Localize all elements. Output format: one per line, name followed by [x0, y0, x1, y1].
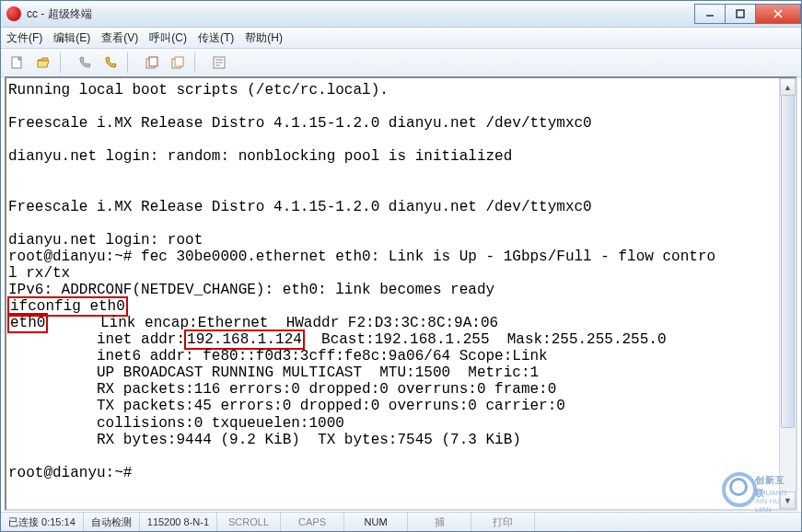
- svg-rect-1: [737, 10, 744, 17]
- menu-view[interactable]: 查看(V): [101, 30, 138, 46]
- term-line: UP BROADCAST RUNNING MULTICAST MTU:1500 …: [8, 364, 539, 381]
- minimize-button[interactable]: [694, 4, 726, 24]
- term-line: RX bytes:9444 (9.2 KiB) TX bytes:7545 (7…: [8, 432, 521, 448]
- term-line: TX packets:45 errors:0 dropped:0 overrun…: [8, 398, 565, 414]
- toolbar-separator: [194, 52, 203, 73]
- highlight-ip: 192.168.1.124: [184, 330, 305, 350]
- new-button[interactable]: [6, 52, 29, 74]
- call-button[interactable]: [74, 52, 96, 74]
- term-line: inet6 addr: fe80::f0d3:3cff:fe8c:9a06/64…: [8, 348, 548, 364]
- titlebar[interactable]: cc - 超级终端: [1, 1, 801, 28]
- text: inet addr:: [8, 331, 185, 348]
- highlight-iface: eth0: [7, 313, 48, 333]
- status-connection: 已连接 0:15:14: [1, 513, 84, 531]
- term-line: Freescale i.MX Release Distro 4.1.15-1.2…: [8, 199, 592, 215]
- properties-button[interactable]: [208, 52, 230, 74]
- term-line: inet addr:192.168.1.124 Bcast:192.168.1.…: [8, 331, 667, 348]
- toolbar-separator: [127, 52, 135, 73]
- send-button[interactable]: [141, 52, 163, 74]
- disconnect-button[interactable]: [99, 52, 122, 74]
- toolbar: [1, 49, 801, 77]
- close-button[interactable]: [756, 4, 801, 24]
- text: Bcast:192.168.1.255 Mask:255.255.255.0: [304, 331, 667, 348]
- term-line: RX packets:116 errors:0 dropped:0 overru…: [8, 381, 556, 398]
- terminal-frame: Running local boot scripts (/etc/rc.loca…: [5, 76, 797, 511]
- term-line: Freescale i.MX Release Distro 4.1.15-1.2…: [8, 115, 592, 132]
- menu-edit[interactable]: 编辑(E): [53, 30, 90, 46]
- window-title: cc - 超级终端: [27, 6, 92, 22]
- svg-rect-8: [175, 57, 183, 66]
- scroll-down-icon[interactable]: ▼: [780, 492, 796, 509]
- svg-rect-6: [149, 57, 157, 66]
- status-print: 打印: [471, 513, 535, 531]
- term-line: dianyu.net login: random: nonblocking po…: [8, 148, 512, 165]
- menu-trans[interactable]: 传送(T): [198, 30, 234, 46]
- menu-help[interactable]: 帮助(H): [245, 30, 283, 46]
- window-controls: [694, 4, 801, 24]
- term-line: collisions:0 txqueuelen:1000: [8, 415, 344, 432]
- receive-button[interactable]: [167, 52, 189, 74]
- term-line: Running local boot scripts (/etc/rc.loca…: [8, 82, 389, 98]
- statusbar: 已连接 0:15:14 自动检测 115200 8-N-1 SCROLL CAP…: [1, 512, 801, 531]
- scroll-up-icon[interactable]: ▲: [780, 78, 796, 96]
- app-window: cc - 超级终端 文件(F) 编辑(E) 查看(V) 呼叫(C) 传送(T) …: [0, 0, 802, 532]
- maximize-button[interactable]: [726, 4, 756, 24]
- status-caps: CAPS: [281, 513, 344, 531]
- menubar: 文件(F) 编辑(E) 查看(V) 呼叫(C) 传送(T) 帮助(H): [1, 28, 801, 49]
- menu-file[interactable]: 文件(F): [6, 30, 42, 46]
- text: (NETDEV_CHANGE): eth0: link becomes read…: [132, 282, 494, 298]
- term-line: root@dianyu:~# fec 30be0000.ethernet eth…: [8, 249, 715, 265]
- scroll-thumb[interactable]: [781, 95, 795, 428]
- status-capture: 捕: [408, 513, 471, 531]
- text: F2:D3:3C:8C:9A:06: [339, 315, 498, 331]
- toolbar-separator: [60, 52, 68, 73]
- terminal-output[interactable]: Running local boot scripts (/etc/rc.loca…: [6, 78, 796, 485]
- vertical-scrollbar[interactable]: ▲ ▼: [779, 78, 796, 509]
- open-button[interactable]: [32, 52, 54, 74]
- status-baud: 115200 8-N-1: [140, 513, 217, 531]
- app-icon: [6, 6, 21, 21]
- status-scroll: SCROLL: [217, 513, 281, 531]
- term-line: dianyu.net login: root: [8, 232, 203, 249]
- status-detect: 自动检测: [84, 513, 140, 531]
- status-num: NUM: [344, 513, 408, 531]
- term-line: l rx/tx: [8, 265, 70, 282]
- menu-call[interactable]: 呼叫(C): [149, 30, 187, 46]
- term-prompt: root@dianyu:~#: [8, 465, 132, 481]
